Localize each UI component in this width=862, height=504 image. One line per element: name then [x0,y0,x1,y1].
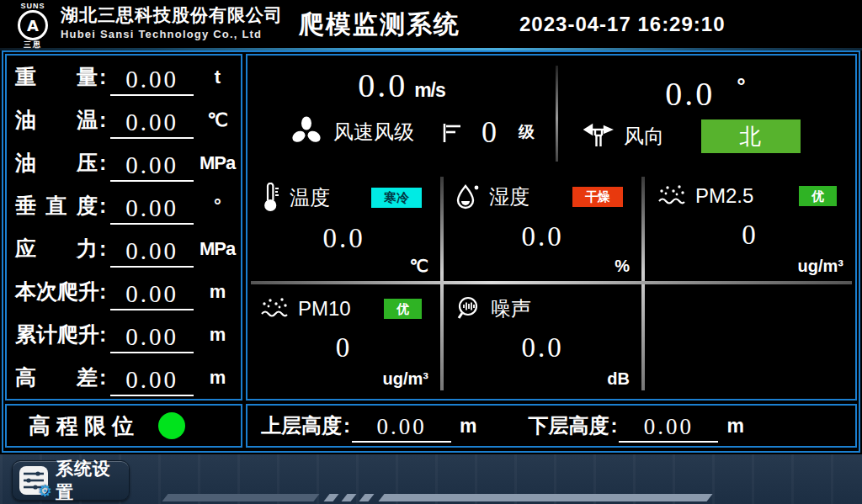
metric-colon: : [99,322,106,347]
pm25-label: PM2.5 [695,184,753,208]
metric-colon: : [99,236,106,261]
noise-label: 噪声 [491,295,531,322]
metric-row-stress: 应 力: 0.00 MPa [7,227,241,270]
metric-colon: : [99,279,106,304]
noise-cell: 噪声 0.0 dB [444,284,641,394]
company-logo: SUNS A 三思 [10,2,56,50]
noise-unit: dB [607,369,630,389]
noise-value: 0.0 [444,332,641,363]
noise-meter-icon [455,295,482,322]
metric-colon: : [99,194,106,218]
wind-speed-block: 0.0m/s 风速风级 [247,56,556,172]
metric-label: 油 压 [15,149,98,177]
metric-unit: ° [199,195,236,217]
wind-level-value: 0 [482,115,497,149]
metric-row-verticality: 垂直度: 0.00 ° [7,184,241,227]
settings-sliders-icon: ⚙ [19,465,49,496]
pm10-status-badge: 优 [384,299,422,319]
metric-label: 应 力 [15,235,98,263]
elevation-limit-status-light [158,412,185,439]
environment-panel: 0.0m/s 风速风级 [246,54,857,401]
humidity-label: 湿度 [489,183,529,210]
system-settings-button[interactable]: ⚙ 系统设置 [12,460,130,501]
wind-direction-block: 0.0° [558,56,855,172]
metric-row-current-climb: 本次爬升: 0.00 m [7,270,241,313]
thermometer-icon [259,183,281,213]
metric-row-oil-temp: 油 温: 0.00 ℃ [7,98,241,141]
datetime-display: 2023-04-17 16:29:10 [519,0,726,48]
pm-dust-icon [259,295,290,322]
wind-level-icon [439,119,463,145]
humidity-status-badge: 干燥 [572,187,623,207]
lower-height-value: 0.00 [619,414,718,443]
metric-value: 0.00 [110,194,194,225]
main-frame: 重 量: 0.00 t 油 温: 0.00 ℃ 油 压: 0.00 MPa 垂直… [2,50,860,453]
lower-height-unit: m [726,415,742,438]
wind-direction-unit: ° [737,73,748,98]
wind-level-unit: 级 [519,121,535,143]
wind-speed-label: 风速风级 [333,119,414,146]
metric-value: 0.00 [110,151,194,182]
metric-label: 垂直度 [15,192,98,220]
metric-colon: : [99,151,106,175]
metric-value: 0.00 [110,280,194,310]
upper-height-value: 0.00 [352,414,451,443]
logo-bottom-text: 三思 [10,40,56,50]
logo-mark-icon: A [18,10,48,40]
metric-label: 累计爬升 [15,321,98,348]
wind-direction-button[interactable]: 北 [701,119,801,153]
wind-speed-value: 0.0 [358,66,407,104]
metric-value: 0.00 [110,66,194,96]
metric-unit: m [199,281,236,303]
wind-section: 0.0m/s 风速风级 [247,56,855,172]
page-title: 爬模监测系统 [299,0,460,48]
metric-row-height-diff: 高 差: 0.00 m [7,356,241,399]
wind-direction-reading: 0.0° [558,67,855,113]
temperature-status-badge: 寒冷 [371,188,422,208]
metric-label: 油 温 [15,106,98,134]
pm25-status-badge: 优 [799,186,837,206]
temperature-unit: ℃ [410,256,428,276]
fan-icon [290,115,323,149]
pm25-value: 0 [645,220,855,251]
wind-direction-text: 北 [740,122,763,151]
pm10-label: PM10 [298,297,351,321]
upper-height-colon: : [343,414,350,438]
pm25-cell: PM2.5 优 0 ug/m³ [645,172,855,281]
metric-unit: m [199,367,236,389]
humidity-value: 0.0 [444,221,641,252]
metric-label: 重 量 [15,63,98,91]
metric-label: 本次爬升 [15,278,98,305]
metric-row-oil-pressure: 油 压: 0.00 MPa [7,141,241,184]
wind-speed-unit: m/s [414,79,445,101]
pm-dust-icon [657,183,687,210]
metric-unit: t [199,66,236,88]
pm10-cell: PM10 优 0 ug/m³ [247,284,440,394]
logo-top-text: SUNS [10,2,56,10]
footer-decor-band [162,494,319,501]
elevation-limit-label: 高程限位 [29,411,140,441]
header: SUNS A 三思 湖北三思科技股份有限公司 Hubei Sansi Techn… [0,0,862,48]
pm10-value: 0 [247,332,440,363]
metric-value: 0.00 [110,323,194,353]
pm10-unit: ug/m³ [383,369,428,389]
metric-row-total-climb: 累计爬升: 0.00 m [7,313,241,356]
footer-bar: ⚙ 系统设置 [0,454,862,504]
elevation-limit-box: 高程限位 [5,404,242,448]
metrics-panel: 重 量: 0.00 t 油 温: 0.00 ℃ 油 压: 0.00 MPa 垂直… [5,54,242,401]
metric-value: 0.00 [110,366,194,396]
wind-speed-reading: 0.0m/s [247,67,556,109]
company-names: 湖北三思科技股份有限公司 Hubei Sansi Technology Co.,… [61,4,283,42]
temperature-cell: 温度 寒冷 0.0 ℃ [247,172,440,281]
humidity-unit: % [615,257,630,276]
lower-height-group: 下层高度: 0.00 m [528,409,742,443]
layer-heights-box: 上层高度: 0.00 m 下层高度: 0.00 m [246,404,857,448]
company-name-en: Hubei Sansi Technology Co., Ltd [61,26,283,42]
company-name-cn: 湖北三思科技股份有限公司 [61,4,283,26]
wind-vane-icon [583,123,614,150]
metric-value: 0.00 [110,237,194,268]
lower-height-label: 下层高度 [528,412,609,439]
upper-height-unit: m [460,415,476,438]
wind-direction-value: 0.0 [665,75,715,113]
wind-direction-label: 风向 [624,123,664,150]
